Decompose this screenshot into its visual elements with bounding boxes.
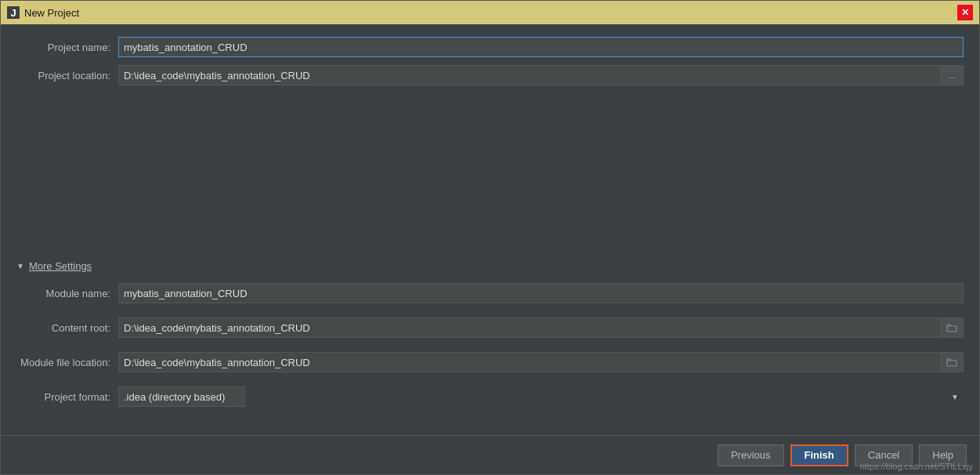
more-settings-toggle[interactable]: ▼ More Settings xyxy=(16,257,964,275)
module-name-row: Module name: xyxy=(16,283,964,303)
title-bar-left: J New Project xyxy=(7,6,79,19)
watermark: https://blog.csdn.net/STILLxjy xyxy=(860,462,973,471)
bottom-bar: Previous Finish Cancel Help xyxy=(1,435,979,474)
project-location-row: Project location: ... xyxy=(16,65,964,85)
module-file-location-browse-button[interactable] xyxy=(940,352,964,372)
project-location-browse-button[interactable]: ... xyxy=(940,65,964,85)
content-root-input[interactable] xyxy=(118,317,940,338)
svg-rect-1 xyxy=(947,361,956,366)
finish-button[interactable]: Finish xyxy=(790,444,848,466)
project-name-row: Project name: xyxy=(16,37,964,57)
previous-button[interactable]: Previous xyxy=(718,444,784,466)
svg-rect-0 xyxy=(947,326,956,332)
module-name-input[interactable] xyxy=(118,283,964,303)
project-name-label: Project name: xyxy=(16,42,118,53)
project-name-input[interactable] xyxy=(118,37,964,57)
more-settings-content: Module name: Content root: xyxy=(16,283,964,415)
module-file-location-row: Module file location: xyxy=(16,352,964,372)
spacer xyxy=(16,93,964,257)
project-format-label: Project format: xyxy=(16,391,118,403)
module-name-label: Module name: xyxy=(16,288,118,299)
dialog-title: New Project xyxy=(24,7,79,19)
content-root-row: Content root: xyxy=(16,317,964,338)
module-file-location-label: Module file location: xyxy=(16,357,118,368)
module-file-location-field-wrapper xyxy=(118,352,964,372)
project-format-wrapper: .idea (directory based) .ipr (file based… xyxy=(118,386,964,407)
title-bar: J New Project ✕ xyxy=(1,1,979,24)
project-location-field-wrapper: ... xyxy=(118,65,964,85)
project-format-select[interactable]: .idea (directory based) .ipr (file based… xyxy=(118,386,245,407)
project-location-input[interactable] xyxy=(118,65,940,85)
content-root-label: Content root: xyxy=(16,322,118,334)
content-root-field-wrapper xyxy=(118,317,964,338)
more-settings-label: More Settings xyxy=(29,260,92,272)
project-location-label: Project location: xyxy=(16,70,118,82)
close-button[interactable]: ✕ xyxy=(957,5,973,20)
content-root-browse-button[interactable] xyxy=(940,317,964,338)
new-project-dialog: J New Project ✕ Project name: Project lo… xyxy=(0,0,980,475)
app-icon: J xyxy=(7,6,20,19)
more-settings-arrow-icon: ▼ xyxy=(16,262,24,270)
dialog-content: Project name: Project location: ... ▼ Mo… xyxy=(1,24,979,435)
project-format-row: Project format: .idea (directory based) … xyxy=(16,386,964,407)
more-settings-section: ▼ More Settings Module name: Content roo… xyxy=(16,257,964,415)
module-file-location-input[interactable] xyxy=(118,352,940,372)
